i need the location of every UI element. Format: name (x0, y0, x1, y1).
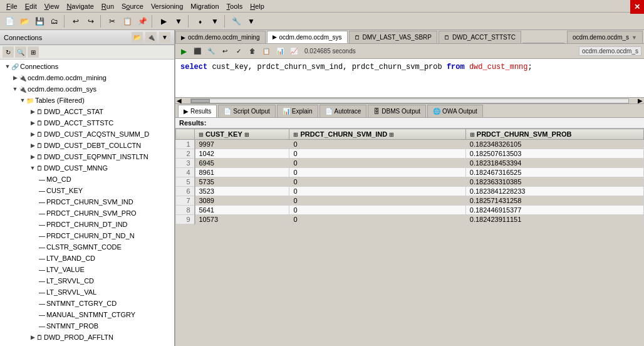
scroll-right-icon[interactable]: ▶ (636, 97, 644, 104)
tree-DWD-CUST-ACQSTN[interactable]: ▶ 🗒 DWD_CUST_ACQSTN_SUMM_D (1, 128, 173, 140)
filter-tree-button[interactable]: ⊞ (28, 46, 39, 58)
tree-col-MO-CD[interactable]: — MO_CD (1, 174, 173, 185)
tree-DWD-CUST-SNTMNT[interactable]: ▶ 🗒 DWD_CUST_SNTMNT_MANUA (1, 343, 173, 346)
run-button[interactable]: ▶ (157, 14, 170, 28)
table-row[interactable]: 6 3523 0 0.1823841228233 (176, 187, 644, 196)
tools-options-button[interactable]: ▼ (244, 14, 258, 28)
tree-col-PRDCT-CHURN-SVM-PRO[interactable]: — PRDCT_CHURN_SVM_PRO (1, 207, 173, 219)
tree-ocdm-sys[interactable]: ▼ 🔌 ocdm.demo.ocdm_sys (1, 83, 173, 95)
redo-button[interactable]: ↪ (84, 14, 98, 28)
rollback-button[interactable]: ↩ (219, 46, 231, 57)
hscrollbar-track[interactable] (190, 98, 629, 103)
clear-button[interactable]: 🗑 (247, 46, 258, 57)
tab-ocdm-mining[interactable]: ▶ ocdm.demo.ocdm_mining (175, 31, 266, 43)
run-options-button[interactable]: ▼ (172, 14, 185, 28)
tree-DWD-PROD-AFFLTN[interactable]: ▶ 🗒 DWD_PROD_AFFLTN (1, 332, 173, 343)
data-table-container[interactable]: ⊞ CUST_KEY ⊞ ⊞ PRDCT_CHURN_SVM_IND ⊞ (175, 128, 644, 346)
scroll-left-icon[interactable]: ◀ (175, 97, 183, 104)
table-row[interactable]: 1 9997 0 0.182348326105 (176, 140, 644, 149)
tree-DWD-CUST-MNNG[interactable]: ▼ 🗒 DWD_CUST_MNNG (1, 162, 173, 174)
tree-col-CLSTR-SGMNT-CODE[interactable]: — CLSTR_SGMNT_CODE (1, 241, 173, 253)
tools-button[interactable]: 🔧 (229, 14, 243, 28)
menu-edit[interactable]: Edit (21, 1, 41, 11)
table-row[interactable]: 4 8961 0 0.182467316525 (176, 168, 644, 177)
new-button[interactable]: 📄 (3, 14, 16, 28)
debug-options-button[interactable]: ▼ (208, 14, 222, 28)
open-button[interactable]: 📂 (18, 14, 31, 28)
filter-button[interactable]: ▼ (159, 32, 170, 43)
tree-col-PRDCT-CHURN-DT-ND[interactable]: — PRDCT_CHURN_DT_ND_N (1, 230, 173, 241)
toggle-icon: ▶ (29, 108, 36, 115)
search-button[interactable]: 🔍 (15, 46, 26, 58)
debug-button[interactable]: ⬧ (193, 14, 207, 28)
tab-dmv[interactable]: 🗒 DMV_LAST_VAS_SBRP (349, 31, 437, 43)
sql-editor[interactable]: select cust_key, prdct_churn_svm_ind, pr… (175, 59, 644, 98)
save-button[interactable]: 💾 (33, 14, 46, 28)
tree-col-LTV-VALUE[interactable]: — LTV_VALUE (1, 264, 173, 275)
table-row[interactable]: 5 5735 0 0.182363310385 (176, 177, 644, 187)
menu-view[interactable]: View (41, 1, 63, 11)
results-tab-owa[interactable]: 🌐 OWA Output (427, 105, 483, 117)
hscrollbar-thumb[interactable] (191, 99, 210, 103)
editor-scrollbar[interactable]: ◀ ▶ (175, 98, 644, 104)
new-connection-button[interactable]: 📂 (132, 32, 143, 43)
table-row[interactable]: 3 6945 0 0.182318453394 (176, 159, 644, 168)
tab-ocdm-sys-right[interactable]: ocdm.demo.ocdm_s ▼ (567, 31, 643, 43)
col-header-cust-key[interactable]: ⊞ CUST_KEY ⊞ (195, 129, 289, 140)
save-all-button[interactable]: 🗂 (48, 14, 61, 28)
results-tab-dbms[interactable]: 🗄 DBMS Output (368, 105, 426, 117)
tree-DWD-ACCT-STAT[interactable]: ▶ 🗒 DWD_ACCT_STAT (1, 106, 173, 117)
menu-tools[interactable]: Tools (223, 1, 247, 11)
refresh-button[interactable]: ↻ (3, 46, 14, 58)
table-row[interactable]: 8 5641 0 0.182446915377 (176, 206, 644, 215)
commit-button[interactable]: ✓ (233, 46, 244, 57)
menu-migration[interactable]: Migration (187, 1, 222, 11)
menu-help[interactable]: Help (246, 1, 268, 11)
tree-col-LT-SRVVL-VAL[interactable]: — LT_SRVVL_VAL (1, 286, 173, 298)
tree-col-MANUAL-SNTMNT[interactable]: — MANUAL_SNTMNT_CTGRY (1, 309, 173, 320)
history-button[interactable]: 📋 (261, 46, 272, 57)
compile-button[interactable]: 🔧 (205, 46, 217, 57)
paste-button[interactable]: 📌 (135, 14, 149, 28)
copy-button[interactable]: 📋 (120, 14, 134, 28)
menu-versioning[interactable]: Versioning (147, 1, 187, 11)
menu-navigate[interactable]: Navigate (63, 1, 97, 11)
menu-run[interactable]: Run (98, 1, 118, 11)
tab-close-icon[interactable]: ▼ (631, 34, 637, 41)
tree-DWD-CUST-DEBT[interactable]: ▶ 🗒 DWD_CUST_DEBT_COLLCTN (1, 140, 173, 151)
close-button[interactable]: ✕ (630, 0, 644, 14)
menu-file[interactable]: File (3, 1, 21, 11)
results-tab-results[interactable]: ▶ Results (178, 105, 217, 117)
menu-source[interactable]: Source (118, 1, 147, 11)
results-tab-script[interactable]: 📄 Script Output (218, 105, 275, 117)
results-tab-autotrace[interactable]: 📄 Autotrace (319, 105, 367, 117)
table-row[interactable]: 2 1042 0 0.182507613503 (176, 149, 644, 159)
autotrace-button[interactable]: 📈 (288, 46, 299, 57)
tree-ocdm-mining[interactable]: ▶ 🔌 ocdm.demo.ocdm_mining (1, 72, 173, 83)
stop-button[interactable]: ⬛ (192, 46, 203, 57)
disconnect-button[interactable]: 🔌 (145, 32, 157, 43)
tree-col-SNTMNT-CTGRY-CD[interactable]: — SNTMNT_CTGRY_CD (1, 298, 173, 309)
tree-col-SNTMNT-PROB[interactable]: — SNTMNT_PROB (1, 320, 173, 332)
results-tab-explain[interactable]: 📊 Explain (277, 105, 318, 117)
tree-col-LT-SRVVL-CD[interactable]: — LT_SRVVL_CD (1, 275, 173, 286)
cut-button[interactable]: ✂ (105, 14, 119, 28)
table-row[interactable]: 7 3089 0 0.182571431258 (176, 196, 644, 206)
execute-button[interactable]: ▶ (178, 46, 189, 57)
col-header-prdct-churn-svm-prob[interactable]: ⊞ PRDCT_CHURN_SVM_PROB (465, 129, 643, 140)
tree-connections-root[interactable]: ▼ 🔗 Connections (1, 61, 173, 72)
tab-ocdm-sys[interactable]: ▶ ocdm.demo.ocdm_sys (267, 31, 348, 43)
tree-DWD-ACCT-STTSTC[interactable]: ▶ 🗒 DWD_ACCT_STTSTC (1, 117, 173, 128)
col-header-prdct-churn-svm-ind[interactable]: ⊞ PRDCT_CHURN_SVM_IND ⊞ (289, 129, 465, 140)
tree-tables-filtered[interactable]: ▼ 📁 Tables (Filtered) (1, 95, 173, 106)
tree-col-LTV-BAND-CD[interactable]: — LTV_BAND_CD (1, 253, 173, 264)
tree-DWD-CUST-EQPMNT[interactable]: ▶ 🗒 DWD_CUST_EQPMNT_INSTLTN (1, 151, 173, 162)
tree-col-PRDCT-CHURN-DT-IND[interactable]: — PRDCT_CHURN_DT_IND (1, 219, 173, 230)
table-row[interactable]: 9 10573 0 0.182423911151 (176, 215, 644, 224)
explain-button[interactable]: 📊 (274, 46, 286, 57)
tab-dwd[interactable]: 🗒 DWD_ACCT_STTSTC (439, 31, 521, 43)
tree-col-PRDCT-CHURN-SVM-IND[interactable]: — PRDCT_CHURN_SVM_IND (1, 196, 173, 207)
tree-col-CUST-KEY[interactable]: — CUST_KEY (1, 185, 173, 196)
undo-button[interactable]: ↩ (69, 14, 83, 28)
filter-icon: ⊞ (244, 132, 249, 138)
